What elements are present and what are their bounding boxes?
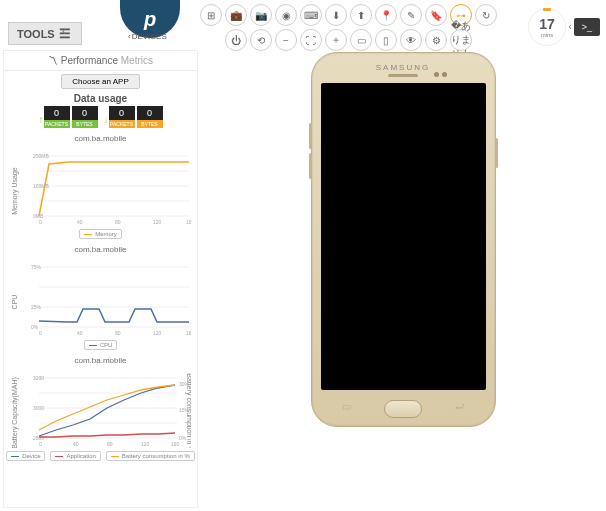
up-bytes-label: BYTES	[72, 120, 98, 128]
chart-title: com.ba.mobile	[4, 134, 197, 143]
svg-text:120: 120	[153, 219, 162, 225]
wifi-icon[interactable]: �ありません	[450, 29, 472, 51]
data-usage-title: Data usage	[4, 93, 197, 104]
collapse-right-icon[interactable]: ‹	[568, 20, 572, 32]
trend-icon: 〽	[48, 55, 58, 66]
legend-memory[interactable]: Memory	[79, 229, 122, 239]
down-packets-value: 0	[109, 106, 135, 120]
upload-icon[interactable]: ⬆	[350, 4, 372, 26]
svg-text:Battery Capacity(MAH): Battery Capacity(MAH)	[11, 377, 19, 448]
svg-text:Memory Usage: Memory Usage	[11, 167, 19, 215]
choose-app-button[interactable]: Choose an APP	[61, 74, 139, 89]
legend-device[interactable]: Device	[6, 451, 45, 461]
back-button[interactable]: ⮐	[455, 401, 465, 412]
chart-title: com.ba.mobile	[4, 356, 197, 365]
globe-icon[interactable]: ◉	[275, 4, 297, 26]
collapse-left-icon[interactable]: ‹	[62, 24, 66, 38]
legend-cpu[interactable]: CPU	[84, 340, 118, 350]
memory-chart: com.ba.mobile Memory Usage 250MB100MB0MB…	[4, 134, 197, 239]
svg-text:0%: 0%	[31, 324, 39, 330]
visibility-icon[interactable]: 👁	[400, 29, 422, 51]
logo-letter: p	[144, 8, 156, 31]
volume-up-button[interactable]	[309, 123, 312, 149]
panel-title: 〽 Performance Metrics	[4, 51, 197, 71]
speaker-icon	[388, 74, 418, 77]
svg-text:80: 80	[107, 441, 113, 447]
svg-text:160: 160	[171, 441, 180, 447]
tag-icon[interactable]: 🔖	[425, 4, 447, 26]
landscape-icon[interactable]: ▭	[350, 29, 372, 51]
device-viewport: SAMSUNG ▭ ⮐	[200, 52, 606, 511]
svg-text:3000: 3000	[33, 405, 44, 411]
legend-application[interactable]: Application	[50, 451, 100, 461]
fit-icon[interactable]: ⛶	[300, 29, 322, 51]
cpu-chart: com.ba.mobile CPU 75%25%0% 04080120160 C…	[4, 245, 197, 350]
briefcase-icon[interactable]: 💼	[225, 4, 247, 26]
tools-label: TOOLS	[17, 28, 55, 40]
svg-text:100MB: 100MB	[33, 183, 50, 189]
metrics-sidebar: 〽 Performance Metrics Choose an APP Data…	[3, 50, 198, 508]
svg-text:0: 0	[39, 330, 42, 336]
sensor-dots	[434, 72, 447, 77]
svg-text:0: 0	[39, 219, 42, 225]
svg-text:0%: 0%	[179, 435, 187, 441]
svg-text:40: 40	[77, 330, 83, 336]
recent-apps-button[interactable]: ▭	[342, 401, 351, 412]
timer-unit: mins	[541, 32, 554, 38]
down-bytes-value: 0	[137, 106, 163, 120]
power-icon[interactable]: ⏻	[225, 29, 247, 51]
rotate-icon[interactable]: ⟲	[250, 29, 272, 51]
svg-text:75%: 75%	[31, 264, 42, 270]
edit-icon[interactable]: ✎	[400, 4, 422, 26]
svg-text:3200: 3200	[33, 375, 44, 381]
svg-text:160: 160	[186, 330, 191, 336]
timer-value: 17	[539, 16, 555, 32]
phone-frame: SAMSUNG ▭ ⮐	[311, 52, 496, 427]
up-packets-value: 0	[44, 106, 70, 120]
svg-text:30%: 30%	[179, 381, 190, 387]
camera-icon[interactable]: 📷	[250, 4, 272, 26]
devices-label[interactable]: DEVICES	[128, 32, 167, 41]
memory-chart-svg: Memory Usage 250MB100MB0MB 04080120160	[11, 146, 191, 226]
portrait-icon[interactable]: ▯	[375, 29, 397, 51]
svg-text:25%: 25%	[31, 304, 42, 310]
application-series-line	[39, 433, 175, 437]
home-button[interactable]	[384, 400, 422, 418]
chart-title: com.ba.mobile	[4, 245, 197, 254]
refresh-icon[interactable]: ↻	[475, 4, 497, 26]
terminal-button[interactable]: >_	[574, 18, 600, 36]
svg-text:120: 120	[141, 441, 150, 447]
legend-battery-pct[interactable]: Battery consumption in %	[106, 451, 195, 461]
up-bytes-value: 0	[72, 106, 98, 120]
title-strong: Performance	[61, 55, 118, 66]
cpu-series-line	[39, 309, 189, 322]
battery-chart: com.ba.mobile Battery Capacity(MAH) Batt…	[4, 356, 197, 461]
phone-screen[interactable]	[321, 83, 486, 390]
timer-tick-icon	[543, 8, 551, 11]
svg-text:80: 80	[115, 219, 121, 225]
power-button[interactable]	[495, 138, 498, 168]
keyboard-icon[interactable]: ⌨	[300, 4, 322, 26]
cpu-chart-svg: CPU 75%25%0% 04080120160	[11, 257, 191, 337]
svg-text:0: 0	[39, 441, 42, 447]
memory-series-line	[39, 162, 189, 216]
upload-counters: ↑ 0PACKETS 0BYTES	[39, 106, 98, 128]
top-bar: TOOLS ☰ ‹ p DEVICES ⊞ 💼 📷 ◉ ⌨ ⬇ ⬆ 📍 ✎ 🔖 …	[0, 0, 606, 48]
terminal-icon: >_	[582, 22, 592, 32]
svg-text:80: 80	[115, 330, 121, 336]
svg-text:250MB: 250MB	[33, 153, 50, 159]
settings-icon[interactable]: ⚙	[425, 29, 447, 51]
battery-chart-svg: Battery Capacity(MAH) Battery consumptio…	[11, 368, 191, 448]
svg-text:40: 40	[73, 441, 79, 447]
zoom-in-icon[interactable]: ＋	[325, 29, 347, 51]
zoom-out-icon[interactable]: −	[275, 29, 297, 51]
data-usage-section: Data usage ↑ 0PACKETS 0BYTES ↓ 0PACKETS …	[4, 93, 197, 128]
volume-down-button[interactable]	[309, 153, 312, 179]
up-packets-label: PACKETS	[44, 120, 70, 128]
toolbar-row-2: ⏻ ⟲ − ⛶ ＋ ▭ ▯ 👁 ⚙ �ありません	[225, 29, 497, 51]
location-icon[interactable]: 📍	[375, 4, 397, 26]
tools-button[interactable]: TOOLS ☰	[8, 22, 82, 45]
apps-icon[interactable]: ⊞	[200, 4, 222, 26]
download-icon[interactable]: ⬇	[325, 4, 347, 26]
svg-text:15%: 15%	[179, 407, 190, 413]
